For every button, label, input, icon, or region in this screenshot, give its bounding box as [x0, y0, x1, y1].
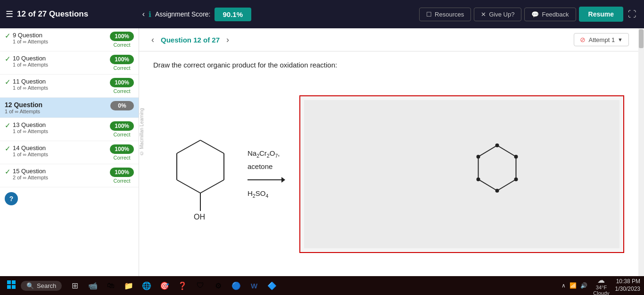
svg-line-11 [497, 145, 516, 157]
score-pill: 100% [110, 168, 134, 177]
svg-rect-25 [12, 285, 16, 289]
question-info: 9 Question 1 of ∞ Attempts [13, 32, 108, 44]
next-question-button[interactable]: › [223, 34, 232, 46]
chevron-down-icon: ▼ [618, 37, 623, 42]
give-up-icon: ✕ [481, 11, 486, 18]
score-badge: 90.1% [215, 8, 252, 21]
score-pill: 100% [110, 32, 134, 41]
svg-rect-23 [12, 280, 16, 284]
collapse-sidebar-button[interactable]: ‹ [142, 10, 145, 18]
check-icon: ✓ [5, 121, 11, 130]
reagent-line3: H2SO4 [248, 189, 268, 199]
reactant-molecule: OH [163, 126, 238, 222]
reaction-area: OH Na2Cr2O7, acetone [153, 81, 624, 267]
network-icon: 📶 [570, 282, 577, 289]
attempt-dropdown[interactable]: ⊘ Attempt 1 ▼ [574, 33, 629, 46]
fullscreen-button[interactable]: ⛶ [626, 8, 638, 21]
answer-box[interactable] [299, 95, 624, 253]
list-item[interactable]: ✓ 14 Question 1 of ∞ Attempts 100% Corre… [0, 141, 139, 164]
list-item-active[interactable]: 12 Question 1 of ∞ Attempts 0% [0, 98, 139, 118]
volume-icon: 🔊 [580, 282, 587, 289]
clock: 10:38 PM 1/30/2023 [615, 278, 640, 293]
right-scrollbar[interactable] [638, 28, 644, 276]
windows-logo-icon [7, 280, 16, 289]
question-label: 10 Question [13, 55, 108, 62]
svg-point-17 [495, 143, 499, 147]
check-icon: ✓ [5, 144, 11, 153]
list-item[interactable]: ✓ 9 Question 1 of ∞ Attempts 100% Correc… [0, 28, 139, 51]
answer-drawing-svg [304, 100, 619, 246]
chevron-up-icon[interactable]: ∧ [561, 282, 566, 289]
help-icon[interactable]: ❓ [176, 279, 189, 292]
question-info: 11 Question 1 of ∞ Attempts [13, 78, 108, 91]
resume-button[interactable]: Resume [579, 7, 623, 22]
attempts-label: 1 of ∞ Attempts [13, 152, 108, 157]
give-up-button[interactable]: ✕ Give Up? [474, 8, 521, 21]
questions-title: 12 of 27 Questions [17, 9, 88, 19]
taskbar-icons: ⊞ 📹 🛍 📁 🌐 🎯 ❓ 🛡 ⚙ 🔵 W 🔷 [68, 279, 279, 292]
question-content: Draw the correct organic product for the… [139, 51, 638, 276]
list-item[interactable]: ✓ 11 Question 1 of ∞ Attempts 100% Corre… [0, 75, 139, 98]
system-tray-icons: ∧ 📶 🔊 [561, 282, 587, 289]
svg-line-14 [479, 179, 497, 191]
file-explorer-icon[interactable]: 📁 [122, 279, 135, 292]
reagent-line2: acetone [248, 162, 272, 170]
taskbar: 🔍 Search ⊞ 📹 🛍 📁 🌐 🎯 ❓ 🛡 ⚙ 🔵 W 🔷 ∧ 📶 🔊 ☁… [0, 276, 644, 295]
video-call-icon[interactable]: 📹 [86, 279, 99, 292]
score-pill: 100% [110, 144, 134, 154]
question-label: 14 Question [13, 144, 108, 152]
correct-label: Correct [110, 132, 134, 137]
settings-icon[interactable]: ⚙ [212, 279, 225, 292]
start-button[interactable] [4, 279, 19, 293]
check-icon: ✓ [5, 55, 11, 63]
svg-line-10 [479, 145, 497, 157]
question-label: 11 Question [13, 78, 108, 85]
taskbar-search-box[interactable]: 🔍 Search [21, 281, 62, 291]
help-area: ? [0, 187, 139, 210]
list-item[interactable]: ✓ 10 Question 1 of ∞ Attempts 100% Corre… [0, 51, 139, 75]
reagents-block: Na2Cr2O7, acetone H2SO4 [248, 149, 285, 199]
microsoft-store-icon[interactable]: 🛍 [104, 279, 117, 292]
question-label: 13 Question [13, 121, 108, 128]
antivirus-icon[interactable]: 🛡 [194, 279, 207, 292]
feedback-button[interactable]: 💬 Feedback [524, 8, 576, 21]
svg-rect-22 [7, 280, 11, 284]
score-pill: 100% [110, 121, 134, 131]
main-layout: ✓ 9 Question 1 of ∞ Attempts 100% Correc… [0, 28, 644, 276]
resources-button[interactable]: ☐ Resources [419, 8, 471, 21]
check-icon: ✓ [5, 32, 11, 40]
help-button[interactable]: ? [5, 192, 18, 205]
prev-question-button[interactable]: ‹ [149, 34, 157, 46]
question-instruction: Draw the correct organic product for the… [153, 61, 624, 69]
resources-icon: ☐ [426, 11, 432, 18]
attempts-label: 1 of ∞ Attempts [13, 128, 108, 134]
svg-point-21 [477, 177, 480, 181]
svg-marker-9 [281, 177, 285, 183]
svg-line-3 [177, 180, 200, 193]
edge-icon[interactable]: 🌐 [140, 279, 153, 292]
azure-icon[interactable]: 🔷 [265, 279, 279, 292]
list-item[interactable]: ✓ 15 Question 2 of ∞ Attempts 100% Corre… [0, 164, 139, 187]
copyright-text: © Macmillan Learning [139, 108, 144, 156]
question-header: ‹ Question 12 of 27 › ⊘ Attempt 1 ▼ [139, 28, 638, 51]
question-label: 12 Question [5, 101, 108, 109]
question-label: 9 Question [13, 32, 108, 39]
correct-label: Correct [110, 42, 134, 48]
svg-point-19 [514, 177, 518, 181]
cancel-icon: ⊘ [580, 36, 586, 43]
check-icon: ✓ [5, 78, 11, 86]
arrow-row [248, 174, 285, 185]
taskbar-right: ∧ 📶 🔊 ☁ 34°F Cloudy 10:38 PM 1/30/2023 [561, 276, 640, 295]
correct-label: Correct [110, 155, 134, 160]
games-icon[interactable]: 🎯 [158, 279, 171, 292]
word-icon[interactable]: W [248, 279, 261, 292]
search-icon: 🔍 [26, 282, 34, 289]
list-item[interactable]: ✓ 13 Question 1 of ∞ Attempts 100% Corre… [0, 118, 139, 141]
question-info: 12 Question 1 of ∞ Attempts [5, 101, 108, 114]
task-view-button[interactable]: ⊞ [68, 279, 82, 292]
question-info: 14 Question 1 of ∞ Attempts [13, 144, 108, 157]
attempts-label: 1 of ∞ Attempts [13, 85, 108, 91]
chrome-icon[interactable]: 🔵 [230, 279, 243, 292]
svg-line-2 [200, 180, 224, 193]
check-icon: ✓ [5, 168, 11, 176]
